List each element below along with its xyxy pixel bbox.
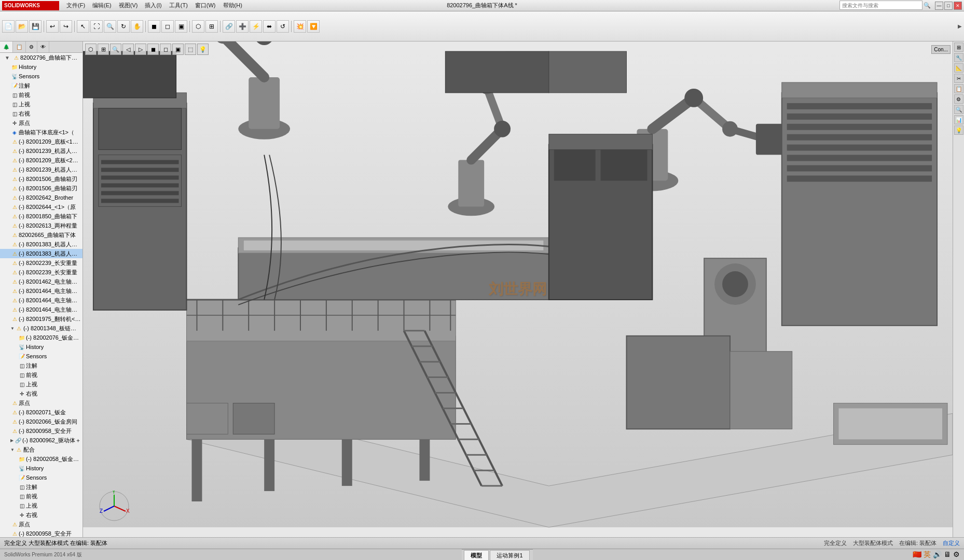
tree-annotation-1[interactable]: 📝 注解 (0, 81, 82, 90)
tree-part-11[interactable]: ⚠ 82002665_曲轴箱下体 (0, 230, 82, 240)
toolbar-redo[interactable]: ↪ (60, 20, 72, 33)
tree-history-2[interactable]: 📁 (-) 82002076_钣金房间 (0, 333, 82, 342)
right-btn-1[interactable]: ⊞ (954, 43, 963, 52)
menu-edit[interactable]: 编辑(E) (89, 1, 115, 10)
tree-front-2[interactable]: ◫ 注解 (0, 361, 82, 370)
vp-btn-zoom[interactable]: 🔍 (110, 44, 121, 55)
tree-origin-1[interactable]: ✛ 原点 (0, 118, 82, 128)
toolbar-right-expand[interactable]: ▶ (958, 23, 962, 29)
tree-part-1[interactable]: ⚠ (-) 82001209_底板<1>（ (0, 137, 82, 146)
toolbar-smart-mate[interactable]: ⚡ (250, 20, 262, 33)
vp-btn-next[interactable]: ▷ (135, 44, 146, 55)
toolbar-shaded[interactable]: ◼ (148, 20, 160, 33)
search-input[interactable] (839, 1, 922, 10)
toolbar-save[interactable]: 💾 (29, 20, 42, 33)
tree-part-15[interactable]: ⚠ (-) 82002239_长安重量 (0, 268, 82, 277)
tree-top-3[interactable]: ◫ 前视 (0, 492, 82, 501)
panel-tab-config[interactable]: ⚙ (26, 41, 37, 52)
tree-part-26[interactable]: ⚠ (-) 82000958_安全开 (0, 529, 82, 537)
vp-btn-view1[interactable]: ⬡ (85, 44, 97, 55)
menu-insert[interactable]: 插入(I) (142, 1, 164, 10)
vp-btn-wire[interactable]: ◻ (160, 44, 171, 55)
toolbar-rotate[interactable]: ↻ (117, 20, 130, 33)
tree-part-2[interactable]: ⚠ (-) 82001239_机器人管线 (0, 146, 82, 156)
tree-subassy-1[interactable]: ▼ ⚠ (-) 82001348_板链输送机 (0, 324, 82, 333)
toolbar-move-comp[interactable]: ⬌ (263, 20, 276, 33)
toolbar-wireframe[interactable]: ◻ (161, 20, 174, 33)
toolbar-view-orient[interactable]: ⬡ (192, 20, 204, 33)
tree-history-1[interactable]: 📁 History (0, 62, 82, 72)
tree-part-5[interactable]: ⚠ (-) 82001506_曲轴箱刃 (0, 174, 82, 184)
toolbar-rotate-comp[interactable]: ↺ (277, 20, 289, 33)
tree-part-19[interactable]: ⚠ (-) 82001464_电主轴支架 (0, 305, 82, 314)
tab-model[interactable]: 模型 (464, 550, 489, 561)
vp-btn-prev[interactable]: ◁ (122, 44, 134, 55)
right-btn-8[interactable]: 📊 (954, 115, 963, 124)
toolbar-zoom-fit[interactable]: ⛶ (90, 20, 103, 33)
tree-part-22[interactable]: ⚠ (-) 82002071_钣金 (0, 408, 82, 417)
tree-sensors-3[interactable]: 📡 History (0, 464, 82, 473)
toolbar-section[interactable]: ⊞ (205, 20, 218, 33)
status-custom[interactable]: 自定义 (943, 539, 960, 547)
tree-top-view-1[interactable]: ◫ 上视 (0, 100, 82, 109)
toolbar-zoom-area[interactable]: 🔍 (104, 20, 116, 33)
tree-part-4[interactable]: ⚠ (-) 82001239_机器人管线 (0, 165, 82, 174)
tab-motion-study[interactable]: 运动算例1 (490, 550, 529, 561)
tree-top-2[interactable]: ◫ 前视 (0, 370, 82, 380)
tree-subassy-2[interactable]: ▼ ⚠ 配合 (0, 445, 82, 454)
panel-tab-property[interactable]: 📋 (13, 41, 26, 52)
tree-part-12[interactable]: ⚠ (-) 82001383_机器人管线 (0, 240, 82, 249)
toolbar-select[interactable]: ↖ (77, 20, 89, 33)
vp-btn-section[interactable]: ⬚ (185, 44, 196, 55)
tree-part-17[interactable]: ⚠ (-) 82001464_电主轴支架 (0, 286, 82, 296)
tree-right-2[interactable]: ◫ 上视 (0, 380, 82, 389)
toolbar-open[interactable]: 📂 (16, 20, 28, 33)
vp-btn-hidden[interactable]: ▣ (172, 44, 184, 55)
toolbar-insert-comp[interactable]: ➕ (236, 20, 249, 33)
tree-part-6[interactable]: ⚠ (-) 82001506_曲轴箱刃 (0, 184, 82, 193)
maximize-button[interactable]: □ (944, 2, 953, 10)
tree-origin-3[interactable]: ✛ 右视 (0, 510, 82, 520)
tree-annotation-2[interactable]: 📝 Sensors (0, 352, 82, 361)
minimize-button[interactable]: — (935, 2, 943, 10)
right-btn-6[interactable]: ⚙ (954, 94, 963, 104)
tree-part-3[interactable]: ⚠ (-) 82001209_底板<2>（ (0, 156, 82, 165)
tree-right-view-1[interactable]: ◫ 右视 (0, 109, 82, 118)
tree-part-8[interactable]: ⚠ (-) 82002644_<1>（原 (0, 202, 82, 212)
tree-part-0[interactable]: ◈ 曲轴箱下体底座<1>（ (0, 128, 82, 137)
right-btn-3[interactable]: 📐 (954, 63, 963, 73)
menu-help[interactable]: 帮助(H) (220, 1, 245, 10)
tree-part-25[interactable]: ⚠ 原点 (0, 520, 82, 529)
tree-right-3[interactable]: ◫ 上视 (0, 501, 82, 510)
vp-btn-shade[interactable]: ◼ (147, 44, 159, 55)
3d-viewport[interactable]: ⬡ ⊞ 🔍 ◁ ▷ ◼ ◻ ▣ ⬚ 💡 Con... (83, 41, 953, 537)
toolbar-explode[interactable]: 💥 (294, 20, 306, 33)
tree-part-14[interactable]: ⚠ (-) 82002239_长安重量 (0, 258, 82, 268)
toolbar-new[interactable]: 📄 (2, 20, 15, 33)
tree-part-23[interactable]: ⚠ (-) 82002066_钣金房间 (0, 417, 82, 426)
tree-sensors-1[interactable]: 📡 Sensors (0, 72, 82, 81)
tree-history-3[interactable]: 📁 (-) 82002058_钣金房间 (0, 454, 82, 464)
toolbar-undo[interactable]: ↩ (46, 20, 59, 33)
toolbar-collapse[interactable]: 🔽 (307, 20, 320, 33)
tree-part-20[interactable]: ⚠ (-) 82001975_翻转机<1> (0, 314, 82, 324)
close-button[interactable]: ✕ (954, 2, 962, 10)
menu-window[interactable]: 窗口(W) (192, 1, 219, 10)
toolbar-pan[interactable]: ✋ (131, 20, 143, 33)
menu-view[interactable]: 视图(V) (116, 1, 141, 10)
tree-root[interactable]: ▼ ⚠ 82002796_曲轴箱下体A线 (0, 53, 82, 62)
right-btn-9[interactable]: 💡 (954, 125, 963, 135)
tree-front-3[interactable]: ◫ 注解 (0, 482, 82, 492)
panel-tab-feature[interactable]: 🌲 (0, 41, 13, 52)
tree-front-view-1[interactable]: ◫ 前视 (0, 90, 82, 100)
tree-part-10[interactable]: ⚠ (-) 82002613_两种程量 (0, 221, 82, 230)
tree-part-7[interactable]: ⚠ (-) 82002642_Brother (0, 193, 82, 202)
toolbar-hidden[interactable]: ▣ (175, 20, 187, 33)
right-btn-4[interactable]: ✂ (954, 74, 963, 83)
tree-part-18[interactable]: ⚠ (-) 82001464_电主轴支架 (0, 296, 82, 305)
tree-part-21[interactable]: ⚠ 原点 (0, 398, 82, 408)
tree-annotation-3[interactable]: 📝 Sensors (0, 473, 82, 482)
toolbar-mate[interactable]: 🔗 (223, 20, 235, 33)
vp-expand[interactable]: Con... (931, 45, 951, 54)
tree-part-9[interactable]: ⚠ (-) 82001850_曲轴箱下 (0, 212, 82, 221)
